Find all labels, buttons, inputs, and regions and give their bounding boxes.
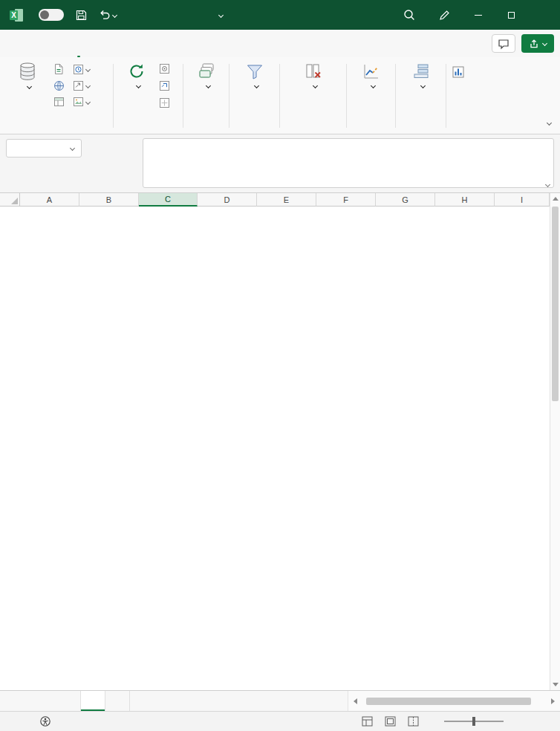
query-properties-icon[interactable] [159,63,170,74]
sheet-nav-left-icon[interactable] [3,691,21,711]
recent-sources-icon[interactable] [73,63,98,75]
horizontal-scrollbar-thumb[interactable] [366,698,531,705]
forecast-chart-icon [362,62,380,81]
toggle-knob [40,10,49,19]
collapse-ribbon-icon[interactable] [547,114,551,128]
page-layout-view-button[interactable] [385,716,396,727]
from-text-csv-icon[interactable] [53,63,73,75]
database-icon [19,62,36,82]
maximize-button[interactable] [495,0,527,30]
svg-text:X: X [11,11,16,19]
existing-connections-icon[interactable] [73,80,98,91]
close-button[interactable] [527,0,560,30]
tab-archivo[interactable] [6,30,18,57]
outline-icon [412,62,430,81]
minimize-icon [475,15,482,16]
document-title[interactable] [213,0,223,30]
tab-inicio[interactable] [19,30,31,57]
search-icon[interactable] [391,9,427,21]
column-headers: ABCDEFGHI [0,193,560,207]
data-types-button[interactable] [186,62,227,88]
spreadsheet: ABCDEFGHI [0,193,560,690]
scroll-up-icon[interactable] [553,197,559,201]
horizontal-scrollbar[interactable] [348,691,560,711]
autosave-toggle[interactable] [39,9,64,21]
tab-automatizar[interactable] [113,30,125,57]
scroll-right-icon[interactable] [551,698,555,704]
accessibility-status[interactable] [40,716,55,727]
dropdown-icon [253,83,258,88]
from-table-range-icon[interactable] [53,97,73,107]
column-header-I[interactable]: I [495,193,550,207]
edit-pencil-icon[interactable] [427,10,462,21]
undo-dropdown-icon [112,12,117,17]
title-bar: X [0,0,560,30]
comments-button[interactable] [492,34,515,53]
tab-revisar[interactable] [86,30,98,57]
page-break-view-button[interactable] [408,716,419,727]
vertical-scrollbar-thumb[interactable] [552,207,559,401]
zoom-slider[interactable] [444,721,504,722]
minimize-button[interactable] [462,0,495,30]
title-dropdown-icon [218,12,224,17]
tab-disposicion[interactable] [46,30,58,57]
sheet-nav-right-icon[interactable] [21,691,39,711]
add-sheet-button[interactable] [149,691,164,711]
column-header-A[interactable]: A [20,193,79,207]
sort-filter-button[interactable] [232,62,278,88]
ribbon-divider [446,64,446,128]
tab-insertar[interactable] [33,30,45,57]
sheet-tab-bar [0,690,560,711]
save-icon[interactable] [76,10,87,21]
dropdown-icon [26,84,31,89]
column-header-D[interactable]: D [198,193,257,207]
column-header-F[interactable]: F [316,193,376,207]
share-dropdown-icon [542,41,547,46]
normal-view-button[interactable] [362,716,373,727]
grid-rows [0,207,550,690]
undo-icon[interactable] [99,10,117,20]
ribbon-divider [279,64,280,128]
excel-logo-icon[interactable]: X [9,8,24,22]
column-header-B[interactable]: B [79,193,139,207]
outline-button[interactable] [398,62,444,88]
ribbon-tab-row [0,30,560,57]
scroll-left-icon[interactable] [354,698,357,704]
tab-vista[interactable] [100,30,111,57]
tab-datos[interactable] [73,30,85,57]
refresh-all-button[interactable] [114,62,159,88]
column-header-E[interactable]: E [257,193,316,207]
column-header-C[interactable]: C [139,193,198,207]
tab-ayuda[interactable] [126,30,138,57]
column-header-G[interactable]: G [376,193,435,207]
workbook-connections-icon[interactable] [159,97,170,108]
data-analysis-button[interactable] [452,65,470,79]
name-box[interactable] [6,139,82,157]
tab-bar-grip-icon[interactable] [336,691,348,711]
zoom-slider-thumb[interactable] [472,717,475,726]
ribbon-divider [113,64,114,128]
from-web-icon[interactable] [53,80,73,91]
sheet-tab-sheet1[interactable] [105,691,130,711]
filter-funnel-icon [246,62,264,81]
get-data-button[interactable] [6,62,49,88]
ribbon [0,57,560,134]
data-types-icon [198,62,215,81]
dropdown-icon [312,83,317,88]
data-tools-button[interactable] [282,62,345,88]
from-picture-icon[interactable] [73,97,98,107]
formula-bar-expand-icon[interactable] [546,176,550,189]
share-icon [529,39,539,49]
sheet-tab-hoja1[interactable] [80,691,105,711]
data-tools-icon [305,62,322,81]
column-header-H[interactable]: H [435,193,495,207]
share-button[interactable] [521,34,554,53]
select-all-corner[interactable] [0,193,20,207]
vertical-scrollbar[interactable] [550,193,560,690]
scroll-down-icon[interactable] [553,683,559,686]
forecast-button[interactable] [349,62,394,88]
formula-input[interactable] [143,138,554,188]
dropdown-icon [135,83,140,88]
edit-links-icon[interactable] [159,80,170,91]
tab-formulas[interactable] [59,30,71,57]
